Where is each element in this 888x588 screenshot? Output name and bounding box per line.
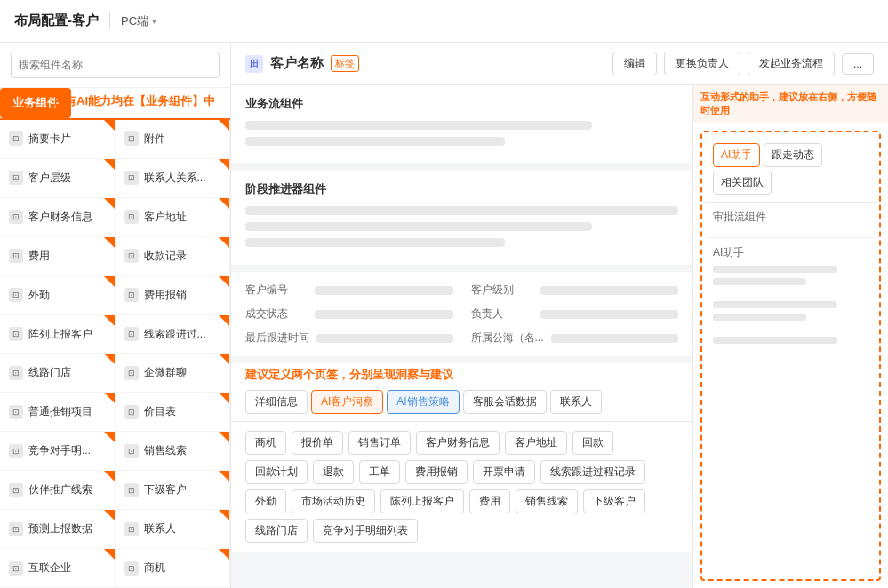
ai-placeholder-1: [713, 266, 837, 273]
sidebar-item-label: 阵列上报客户: [28, 327, 92, 342]
btn-tag[interactable]: 销售线索: [516, 489, 578, 513]
corner-badge: [219, 120, 229, 131]
sidebar-item-label: 客户地址: [144, 210, 187, 225]
btn-tag[interactable]: 退款: [313, 460, 354, 484]
btn-grid: 商机报价单销售订单客户财务信息客户地址回款回款计划退款工单费用报销开票申请线索跟…: [231, 422, 692, 552]
btn-tag[interactable]: 报价单: [292, 431, 343, 455]
btn-tag[interactable]: 下级客户: [583, 489, 645, 513]
sidebar-item[interactable]: ⊡ 外勤: [0, 276, 116, 315]
btn-tag[interactable]: 费用: [469, 489, 510, 513]
sidebar-item[interactable]: ⊡ 预测上报数据: [0, 510, 116, 549]
item-icon: ⊡: [124, 210, 139, 224]
sidebar-item[interactable]: ⊡ 销售线索: [116, 432, 231, 471]
sidebar-item[interactable]: ⊡ 客户财务信息: [0, 198, 116, 237]
page-header-left: 田 客户名称 标签: [245, 55, 359, 73]
btn-tag[interactable]: 回款: [572, 431, 613, 455]
right-tab[interactable]: 相关团队: [713, 171, 772, 195]
sidebar-item-label: 销售线索: [144, 443, 187, 458]
stage-placeholder-3: [245, 238, 505, 247]
tab-item[interactable]: 联系人: [550, 390, 602, 414]
item-icon: ⊡: [9, 483, 23, 497]
btn-tag[interactable]: 开票申请: [473, 460, 535, 484]
info-row-4: 负责人: [471, 306, 679, 322]
sidebar-item[interactable]: ⊡ 下级客户: [116, 471, 231, 510]
page-header: 田 客户名称 标签 编辑 更换负责人 发起业务流程 ...: [231, 43, 888, 85]
more-button[interactable]: ...: [842, 53, 874, 75]
sidebar-item[interactable]: ⊡ 伙伴推广线索: [0, 471, 116, 510]
btn-tag[interactable]: 客户财务信息: [416, 431, 500, 455]
page-tag: 标签: [331, 55, 359, 72]
info-row-3: 成交状态: [245, 306, 453, 322]
sidebar-item[interactable]: ⊡ 互联企业: [0, 549, 116, 588]
sidebar-item[interactable]: ⊡ 线路门店: [0, 354, 116, 393]
sidebar-item[interactable]: ⊡ 企微群聊: [116, 354, 231, 393]
btn-tag[interactable]: 商机: [245, 431, 286, 455]
corner-badge: [219, 393, 229, 403]
replace-owner-button[interactable]: 更换负责人: [664, 52, 740, 75]
info-row-1: 客户编号: [245, 282, 453, 298]
item-icon: ⊡: [9, 210, 23, 224]
sidebar-item[interactable]: ⊡ 摘要卡片: [0, 120, 116, 159]
item-icon: ⊡: [9, 522, 23, 536]
info-value-customer-level: [540, 286, 679, 295]
sidebar-item[interactable]: ⊡ 客户地址: [116, 198, 231, 237]
corner-badge: [104, 276, 115, 287]
header-platform[interactable]: PC端 ▾: [121, 13, 156, 29]
sidebar-item[interactable]: ⊡ 费用: [0, 237, 116, 276]
stage-placeholder-1: [245, 206, 678, 215]
btn-tag[interactable]: 陈列上报客户: [380, 489, 464, 513]
sidebar-item[interactable]: ⊡ 收款记录: [116, 237, 231, 276]
info-section: 客户编号 客户级别 成交状态 负责人: [231, 272, 692, 356]
sidebar-item-label: 竞争对手明...: [28, 443, 91, 458]
ai-content-area: AI助手: [706, 238, 876, 576]
sidebar-item-label: 互联企业: [28, 560, 71, 576]
info-grid: 客户编号 客户级别 成交状态 负责人: [245, 282, 678, 346]
btn-tag[interactable]: 外勤: [245, 489, 286, 513]
btn-tag[interactable]: 销售订单: [348, 431, 411, 455]
sidebar-item[interactable]: ⊡ 联系人: [116, 510, 231, 549]
page-title: 客户名称: [270, 55, 324, 72]
right-tab[interactable]: AI助手: [713, 143, 760, 167]
sidebar-item[interactable]: ⊡ 客户层级: [0, 159, 116, 198]
tab-item[interactable]: AI客户洞察: [311, 390, 383, 414]
sidebar-item[interactable]: ⊡ 竞争对手明...: [0, 432, 116, 471]
btn-tag[interactable]: 客户地址: [505, 431, 567, 455]
btn-tag[interactable]: 费用报销: [405, 460, 468, 484]
tab-item[interactable]: 客服会话数据: [463, 390, 547, 414]
sidebar-item-label: 收款记录: [144, 249, 187, 264]
item-icon: ⊡: [124, 131, 139, 146]
corner-badge: [104, 393, 115, 403]
ai-placeholder-3: [713, 301, 837, 308]
start-flow-button[interactable]: 发起业务流程: [748, 52, 835, 75]
btn-tag[interactable]: 工单: [359, 460, 400, 484]
sidebar-item[interactable]: ⊡ 联系人关系...: [116, 159, 231, 198]
sidebar-item-label: 客户财务信息: [28, 210, 92, 225]
sidebar-item[interactable]: ⊡ 普通推销项目: [0, 393, 116, 432]
btn-tag[interactable]: 线索跟进过程记录: [540, 460, 645, 484]
corner-badge: [104, 354, 115, 364]
sidebar-item[interactable]: ⊡ 价目表: [116, 393, 231, 432]
business-placeholder-2: [245, 137, 505, 146]
corner-badge: [104, 549, 115, 560]
sidebar-item[interactable]: ⊡ 阵列上报客户: [0, 315, 116, 354]
btn-tag[interactable]: 线路门店: [245, 519, 308, 543]
sidebar-item[interactable]: ⊡ 附件: [116, 120, 231, 159]
sidebar-item[interactable]: ⊡ 线索跟进过...: [116, 315, 231, 354]
ai-placeholder-5: [713, 337, 837, 344]
tab-item[interactable]: 洋细信息: [245, 390, 308, 414]
btn-tag[interactable]: 回款计划: [245, 460, 308, 484]
edit-button[interactable]: 编辑: [612, 52, 657, 75]
btn-tag[interactable]: 市场活动历史: [292, 489, 375, 513]
right-tab[interactable]: 跟走动态: [764, 143, 822, 167]
corner-badge: [104, 198, 115, 209]
info-value-owner: [540, 310, 679, 319]
sidebar-item-label: 企微群聊: [144, 365, 187, 380]
corner-badge: [219, 159, 229, 170]
btn-tag[interactable]: 竞争对手明细列表: [313, 519, 418, 543]
sidebar-item[interactable]: ⊡ 商机: [116, 549, 231, 588]
item-icon: ⊡: [9, 288, 23, 302]
search-input[interactable]: [11, 52, 220, 78]
tab-item[interactable]: AI销售策略: [387, 390, 459, 414]
sidebar-item-label: 费用: [28, 249, 50, 264]
sidebar-item[interactable]: ⊡ 费用报销: [116, 276, 231, 315]
